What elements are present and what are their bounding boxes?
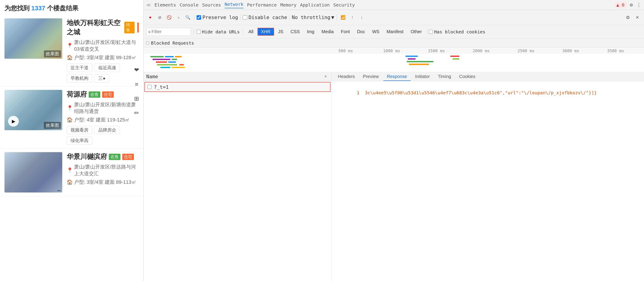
nav-security[interactable]: Security — [333, 2, 355, 8]
tag: 品牌房企 — [94, 126, 120, 134]
type-tab-manifest[interactable]: Manifest — [383, 28, 407, 35]
nav-application[interactable]: Application — [300, 2, 330, 8]
type-tab-other[interactable]: Other — [408, 28, 425, 35]
listing-location: 📍 萧山/萧山开发区/新塘街道萧绍路与通货 — [67, 101, 139, 115]
ruler-mark: 3500 ms — [607, 48, 624, 53]
more-icon[interactable]: ⋮ — [636, 2, 641, 8]
timeline-bar — [407, 61, 434, 62]
listing-type: 🏠 户型: 3室/4室 建面 99-128㎡ — [67, 54, 139, 61]
listing-image: 效果图 — [4, 18, 62, 59]
filter-button[interactable]: ⬦ — [174, 14, 182, 22]
timeline-bar — [160, 67, 170, 68]
listing-type: 🏠 户型: 3室/4室 建面 89-113㎡ — [67, 179, 139, 186]
detail-tab-preview[interactable]: Preview — [360, 73, 382, 81]
listing-info: 华景川樾滨府 在售 住宅 📍 萧山/萧山开发区/胜达路与河上大道交汇 🏠 户型:… — [62, 152, 139, 192]
separator — [336, 14, 337, 21]
tag: 视频看房 — [67, 126, 92, 134]
network-timeline: 500 ms 1000 ms 1500 ms 2000 ms 2500 ms 3… — [144, 48, 644, 72]
filter-icon: ⚙ — [148, 29, 151, 34]
filter-bar: ⚙ Hide data URLs All XHR JS CSS Img Medi… — [144, 25, 644, 39]
hide-data-urls-checkbox[interactable] — [196, 30, 201, 34]
network-row[interactable]: ?_t=1 — [144, 82, 330, 92]
name-close-button[interactable]: × — [322, 74, 329, 80]
filter-input[interactable] — [152, 29, 178, 34]
throttle-dropdown-icon: ▼ — [331, 15, 334, 20]
listing-item[interactable]: 效果图 地铁万科彩虹天空之城 待售 📍 萧山/萧山开发区/彩虹大道与03省道交叉… — [0, 15, 143, 86]
type-tab-all[interactable]: All — [246, 28, 256, 35]
close-devtools-button[interactable]: ✕ — [633, 14, 641, 22]
listing-item[interactable]: 华景川樾滨府 在售 住宅 📍 萧山/萧山开发区/胜达路与河上大道交汇 🏠 户型:… — [0, 149, 143, 196]
gear-button[interactable]: ⚙ — [624, 14, 632, 22]
nav-console[interactable]: Console — [180, 2, 198, 8]
ruler-mark: 2000 ms — [473, 48, 490, 53]
edit-icon[interactable]: ✏ — [132, 108, 142, 118]
disable-cache-checkbox[interactable] — [243, 15, 247, 20]
menu-icon[interactable]: ≡ — [132, 79, 142, 89]
type-tab-media[interactable]: Media — [318, 28, 337, 35]
detail-tabs: Headers Preview Response Initiator Timin… — [332, 72, 644, 81]
has-blocked-checkbox[interactable] — [429, 30, 433, 34]
preserve-log-checkbox[interactable] — [196, 15, 201, 20]
listing-item[interactable]: 效果图 ▶ 荷源府 在售 住宅 📍 萧山/萧山开发区/新塘街道萧绍路与通货 🏠 … — [0, 86, 143, 149]
type-tab-font[interactable]: Font — [338, 28, 353, 35]
listing-title: 华景川樾滨府 在售 住宅 — [67, 152, 139, 161]
throttle-select[interactable]: No throttling ▼ — [292, 15, 334, 20]
type-tab-ws[interactable]: WS — [369, 28, 382, 35]
house-icon: 🏠 — [67, 117, 73, 123]
timeline-bar — [408, 58, 416, 60]
stop-button[interactable]: ⊘ — [156, 14, 164, 22]
separator — [427, 29, 427, 35]
type-tab-js[interactable]: JS — [275, 28, 286, 35]
nav-memory[interactable]: Memory — [280, 2, 296, 8]
detail-tab-cookies[interactable]: Cookies — [456, 73, 479, 81]
preserve-log-label: Preserve log — [202, 15, 238, 20]
type-tab-css[interactable]: CSS — [287, 28, 303, 35]
favorite-icon[interactable]: ❤ — [132, 65, 142, 75]
separator — [289, 14, 290, 21]
row-checkbox[interactable] — [148, 85, 152, 89]
listing-badge-residential: 住宅 — [102, 91, 114, 98]
wifi-icon-button[interactable]: 📶 — [339, 14, 347, 22]
detail-tab-timing[interactable]: Timing — [434, 73, 454, 81]
blocked-requests-label: Blocked Requests — [151, 40, 194, 46]
download-button[interactable]: ↓ — [358, 14, 366, 22]
type-tab-doc[interactable]: Doc — [354, 28, 368, 35]
timeline-bar — [406, 56, 418, 57]
timeline-bar — [152, 59, 170, 60]
row-name: ?_t=1 — [154, 84, 168, 90]
detail-tab-headers[interactable]: Headers — [334, 73, 358, 81]
timeline-bar — [452, 58, 459, 60]
devtools-toolbar: ● ⊘ 🚫 ⬦ 🔍 Preserve log Disable cache No … — [144, 10, 644, 25]
upload-button[interactable]: ↑ — [348, 14, 356, 22]
ruler-mark: 1500 ms — [428, 48, 445, 53]
nav-performance[interactable]: Performance — [247, 2, 276, 8]
detail-tab-initiator[interactable]: Initiator — [412, 73, 434, 81]
type-tab-xhr[interactable]: XHR — [258, 28, 274, 36]
blocked-requests-bar[interactable]: Blocked Requests — [144, 39, 644, 48]
settings-icon[interactable]: ⚙ — [630, 2, 633, 8]
play-button[interactable]: ▶ — [8, 116, 19, 127]
record-button[interactable]: ● — [146, 14, 154, 22]
listing-image: 效果图 ▶ — [4, 90, 62, 130]
nav-elements[interactable]: Elements — [154, 2, 176, 8]
listing-type: 🏠 户型: 4室 建面 119-125㎡ — [67, 117, 139, 123]
clear-button[interactable]: 🚫 — [165, 14, 173, 22]
timeline-bar — [165, 56, 174, 57]
timeline-bar — [175, 56, 182, 57]
search-button[interactable]: 🔍 — [184, 14, 192, 22]
ruler-mark: 2500 ms — [518, 48, 534, 53]
house-icon: 🏠 — [67, 179, 73, 185]
filter-input-wrap: ⚙ — [146, 28, 191, 36]
detail-tab-response[interactable]: Response — [383, 73, 411, 81]
blocked-requests-checkbox[interactable] — [146, 42, 149, 44]
tag: 早教机构 — [67, 74, 92, 83]
tag: 三● — [94, 74, 109, 83]
fullscreen-icon[interactable]: ⊞ — [132, 94, 142, 104]
listing-info: 荷源府 在售 住宅 📍 萧山/萧山开发区/新塘街道萧绍路与通货 🏠 户型: 4室… — [62, 90, 139, 145]
preserve-log-group: Preserve log — [196, 15, 238, 20]
devtools-panel: ≪ Elements Console Sources Network Perfo… — [143, 0, 644, 281]
timeline-bars — [144, 54, 644, 72]
nav-sources[interactable]: Sources — [202, 2, 221, 8]
type-tab-img[interactable]: Img — [304, 28, 318, 35]
nav-network[interactable]: Network — [224, 2, 244, 8]
